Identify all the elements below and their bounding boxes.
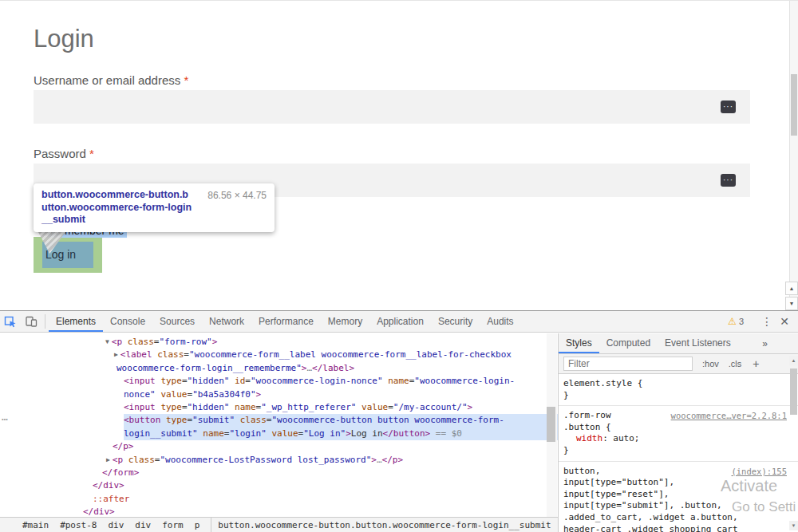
tree-line[interactable]: woocommerce-form-login__rememberme">…</l…: [0, 362, 558, 375]
breadcrumb-item[interactable]: div: [108, 520, 124, 530]
stylesheet-link[interactable]: (index):155: [731, 466, 787, 478]
devtools-tab-memory[interactable]: Memory: [321, 311, 369, 332]
tree-line[interactable]: <input type="hidden" name="_wp_http_refe…: [0, 401, 558, 414]
password-manager-icon[interactable]: ···: [721, 100, 736, 113]
breadcrumb-items: #main#post-8divdivformp: [22, 520, 211, 530]
devtools-tab-audits[interactable]: Audits: [480, 311, 520, 332]
page-title: Login: [34, 25, 94, 53]
tree-line[interactable]: ▼<p class="form-row">: [0, 336, 558, 349]
styles-scrollbar-thumb[interactable]: [790, 368, 797, 415]
password-label: Password *: [34, 147, 94, 160]
devtools-tab-network[interactable]: Network: [202, 311, 251, 332]
breadcrumb-divider: [211, 518, 211, 532]
stylesheet-link[interactable]: woocommerce…ver=2.2.8:1: [671, 410, 787, 422]
css-rule[interactable]: woocommerce…ver=2.2.8:1.form-row.button …: [559, 406, 798, 461]
inspect-tooltip: button.woocommerce-button.b utton.woocom…: [34, 183, 275, 232]
styles-tab-computed[interactable]: Computed: [599, 333, 658, 353]
password-manager-icon[interactable]: ···: [721, 174, 736, 187]
elements-tree: ⋯ ▼<p class="form-row">▶<label class="wo…: [0, 333, 558, 517]
tree-line[interactable]: login__submit" name="login" value="Log i…: [0, 428, 558, 440]
devtools-tab-security[interactable]: Security: [431, 311, 480, 332]
breadcrumb-selected[interactable]: button.woocommerce-button.button.woocomm…: [218, 520, 551, 530]
expand-arrow-icon[interactable]: ▶: [106, 454, 110, 467]
required-marker: *: [184, 73, 188, 87]
styles-panel: StylesComputedEvent Listeners » :hov .cl…: [559, 333, 798, 532]
styles-tabs: StylesComputedEvent Listeners »: [559, 333, 798, 354]
styles-tab-styles[interactable]: Styles: [559, 333, 599, 353]
tree-line[interactable]: ▶<label class="woocommerce-form__label w…: [0, 349, 558, 361]
styles-rules: element.style {}woocommerce…ver=2.2.8:1.…: [559, 374, 798, 532]
scroll-down-button[interactable]: ▼: [785, 297, 798, 310]
elements-scrollbar-thumb[interactable]: [547, 407, 555, 442]
inspect-tooltip-selector-line3: __submit: [41, 214, 267, 227]
expand-arrow-icon[interactable]: ▶: [114, 349, 118, 361]
expand-arrow-icon[interactable]: ▼: [105, 336, 109, 349]
devtools-tab-console[interactable]: Console: [103, 311, 152, 332]
tree-line[interactable]: ::after: [0, 493, 558, 506]
devtools-tab-performance[interactable]: Performance: [251, 311, 321, 332]
devtools-close-icon[interactable]: ✕: [776, 315, 793, 328]
breadcrumb-item[interactable]: #post-8: [60, 520, 97, 530]
styles-scroll-up-icon[interactable]: ▲: [789, 356, 798, 365]
devtools-tabs: ElementsConsoleSourcesNetworkPerformance…: [49, 311, 521, 332]
new-style-rule-button[interactable]: +: [753, 357, 759, 370]
inspect-element-icon[interactable]: [0, 312, 21, 331]
scroll-up-icon: ▲: [789, 286, 795, 291]
tree-line[interactable]: </div>: [0, 479, 558, 492]
class-toggle[interactable]: .cls: [729, 359, 742, 368]
styles-tab-event-listeners[interactable]: Event Listeners: [658, 333, 738, 353]
page-scrollbar[interactable]: [789, 1, 798, 311]
warning-count: 3: [739, 317, 744, 326]
console-warning-badge[interactable]: ⚠3: [728, 316, 744, 327]
scroll-down-icon: ▼: [789, 301, 795, 306]
tree-line[interactable]: ▶<p class="woocommerce-LostPassword lost…: [0, 454, 558, 467]
inspect-tooltip-selector-line2: utton.woocommerce-form-login: [41, 202, 267, 215]
required-marker: *: [89, 147, 94, 160]
css-rule[interactable]: element.style {}: [559, 374, 798, 406]
username-input[interactable]: [34, 90, 750, 124]
breadcrumb-item[interactable]: form: [162, 520, 184, 530]
devtools-tab-sources[interactable]: Sources: [152, 311, 202, 332]
username-field-wrap: ···: [34, 90, 750, 124]
device-toolbar-icon[interactable]: [21, 312, 41, 331]
toolbar-divider: [45, 314, 45, 329]
styles-filter-bar: :hov .cls +: [559, 354, 798, 374]
browser-page: Login Username or email address * ··· Pa…: [0, 0, 798, 310]
css-property[interactable]: width: auto;: [563, 433, 787, 445]
more-actions-icon[interactable]: ⋯: [2, 413, 9, 425]
elements-scrollbar[interactable]: [547, 333, 557, 517]
warning-icon: ⚠: [728, 316, 737, 327]
elements-panel: ⋯ ▼<p class="form-row">▶<label class="wo…: [0, 333, 559, 532]
pseudo-state-toggle[interactable]: :hov: [702, 359, 719, 368]
tab-overflow-icon[interactable]: »: [762, 338, 768, 349]
breadcrumb-item[interactable]: div: [135, 520, 151, 530]
tree-line[interactable]: </p>: [0, 440, 558, 453]
tree-line[interactable]: <input type="hidden" id="woocommerce-log…: [0, 375, 558, 388]
styles-scroll-down-icon[interactable]: ▼: [789, 521, 798, 530]
devtools-toolbar: ElementsConsoleSourcesNetworkPerformance…: [0, 311, 798, 333]
breadcrumb-item[interactable]: #main: [22, 520, 49, 530]
page-scrollbar-thumb[interactable]: [791, 74, 797, 136]
devtools-tab-elements[interactable]: Elements: [49, 311, 103, 332]
styles-filter-input[interactable]: [563, 357, 693, 371]
scroll-up-button[interactable]: ▲: [785, 282, 798, 295]
devtools-menu-icon[interactable]: ⋮: [758, 315, 776, 328]
tree-line[interactable]: </form>: [0, 467, 558, 479]
tree-line[interactable]: <button type="submit" class="woocommerce…: [0, 414, 558, 427]
breadcrumb-item[interactable]: p: [195, 520, 200, 530]
tree-line[interactable]: </div>: [0, 506, 558, 517]
css-rule[interactable]: (index):155button,input[type="button"],i…: [559, 462, 798, 532]
devtools-panel: ElementsConsoleSourcesNetworkPerformance…: [0, 310, 798, 532]
breadcrumb: #main#post-8divdivformp button.woocommer…: [0, 517, 558, 532]
devtools-tab-application[interactable]: Application: [369, 311, 431, 332]
inspect-tooltip-dimensions: 86.56 × 44.75: [207, 190, 267, 201]
tree-line[interactable]: nonce" value="b4a5a304f0">: [0, 388, 558, 401]
styles-tab-list: StylesComputedEvent Listeners: [559, 333, 738, 353]
username-label: Username or email address *: [34, 73, 188, 87]
